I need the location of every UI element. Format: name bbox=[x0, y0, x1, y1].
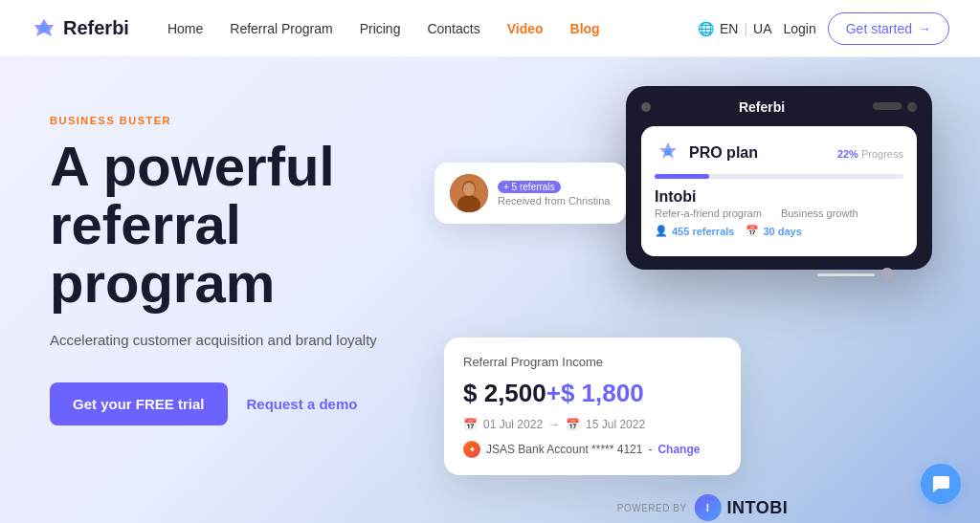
intobi-title: Intobi bbox=[655, 188, 903, 206]
referrals-meta: 👤 455 referrals bbox=[655, 225, 734, 237]
hero-buttons: Get your FREE trial Request a demo bbox=[50, 382, 402, 425]
days-meta: 📅 30 days bbox=[746, 225, 801, 237]
svg-point-0 bbox=[40, 25, 48, 33]
hero-title: A powerful referral program bbox=[50, 138, 402, 313]
nav-video[interactable]: Video bbox=[507, 21, 544, 36]
referrals-count: 455 referrals bbox=[672, 226, 734, 237]
intobi-brand-text: INTOBI bbox=[727, 498, 789, 518]
phone-mockup: Referbi PRO plan bbox=[626, 86, 932, 270]
logo-icon bbox=[31, 15, 57, 42]
income-title: Referral Program Income bbox=[463, 355, 722, 369]
income-card: Referral Program Income $ 2,500+$ 1,800 … bbox=[444, 338, 741, 475]
svg-point-1 bbox=[665, 149, 672, 156]
income-plus: +$ 1,800 bbox=[546, 379, 644, 407]
intobi-logo: i INTOBI bbox=[695, 494, 789, 521]
phone-brand: Referbi bbox=[658, 99, 865, 115]
nav-right: 🌐 EN | UA Login Get started → bbox=[698, 12, 949, 45]
powered-by: POWERED BY i INTOBI bbox=[617, 494, 788, 521]
nav-blog[interactable]: Blog bbox=[570, 21, 600, 36]
request-demo-link[interactable]: Request a demo bbox=[247, 396, 358, 412]
language-selector[interactable]: 🌐 EN | UA bbox=[698, 21, 772, 36]
free-trial-button[interactable]: Get your FREE trial bbox=[50, 382, 228, 425]
nav-links: Home Referral Program Pricing Contacts V… bbox=[167, 21, 698, 36]
phone-control-dot bbox=[907, 102, 917, 112]
nav-home[interactable]: Home bbox=[167, 21, 203, 36]
arrow-icon: → bbox=[918, 21, 931, 36]
nav-pricing[interactable]: Pricing bbox=[360, 21, 401, 36]
nav-contacts[interactable]: Contacts bbox=[427, 21, 479, 36]
days-count: 30 days bbox=[763, 226, 801, 237]
svg-point-5 bbox=[463, 183, 475, 196]
slider-line bbox=[817, 273, 875, 276]
person-icon: 👤 bbox=[655, 225, 668, 237]
avatar bbox=[450, 174, 488, 212]
hero-subtitle: Accelerating customer acquisition and br… bbox=[50, 332, 402, 348]
phone-dot bbox=[641, 102, 651, 112]
navigation: Referbi Home Referral Program Pricing Co… bbox=[0, 0, 980, 57]
calendar-icon-from: 📅 bbox=[463, 418, 478, 431]
date-to: 15 Jul 2022 bbox=[586, 418, 645, 431]
phone-control-bar bbox=[873, 102, 902, 110]
slider-dot[interactable] bbox=[880, 268, 894, 281]
intobi-circle-icon: i bbox=[695, 494, 722, 521]
arrow-icon: → bbox=[548, 418, 560, 431]
income-bank: ✦ JSAS Bank Account ***** 4121 - Change bbox=[463, 441, 722, 458]
notification-from: Received from Christina bbox=[498, 195, 610, 207]
intobi-section: Intobi Refer-a-friend program Business g… bbox=[655, 188, 903, 237]
growth-label: Business growth bbox=[781, 207, 858, 219]
pro-plan-logo bbox=[655, 140, 681, 166]
chat-icon bbox=[930, 473, 951, 494]
logo[interactable]: Referbi bbox=[31, 15, 129, 42]
referral-badge: + 5 referrals bbox=[498, 181, 561, 193]
globe-icon: 🌐 bbox=[698, 21, 714, 36]
pro-plan-title: PRO plan bbox=[689, 144, 758, 162]
progress-bar-bg bbox=[655, 174, 903, 179]
income-base: $ 2,500 bbox=[463, 379, 546, 407]
refer-label: Refer-a-friend program bbox=[655, 207, 762, 219]
lang-ua[interactable]: UA bbox=[753, 21, 771, 36]
notification-text: + 5 referrals Received from Christina bbox=[498, 180, 610, 207]
calendar-icon-to: 📅 bbox=[566, 418, 580, 431]
hero-content: BUSINESS BUSTER A powerful referral prog… bbox=[0, 57, 402, 523]
slider-handle[interactable] bbox=[817, 268, 894, 281]
hero-tag: BUSINESS BUSTER bbox=[50, 115, 402, 126]
date-from: 01 Jul 2022 bbox=[483, 418, 543, 431]
get-started-button[interactable]: Get started → bbox=[828, 12, 949, 45]
income-dates: 📅 01 Jul 2022 → 📅 15 Jul 2022 bbox=[463, 418, 722, 431]
notification-card: + 5 referrals Received from Christina bbox=[434, 163, 626, 224]
hero-section: BUSINESS BUSTER A powerful referral prog… bbox=[0, 57, 980, 523]
powered-by-label: POWERED BY bbox=[617, 503, 687, 513]
nav-referral-program[interactable]: Referral Program bbox=[230, 21, 332, 36]
calendar-icon: 📅 bbox=[746, 225, 759, 237]
bank-logo-icon: ✦ bbox=[463, 441, 480, 458]
income-amount: $ 2,500+$ 1,800 bbox=[463, 379, 722, 408]
change-link[interactable]: Change bbox=[657, 443, 700, 456]
progress-label: Progress bbox=[861, 148, 903, 160]
bank-info: JSAS Bank Account ***** 4121 bbox=[486, 443, 642, 456]
separator: - bbox=[648, 443, 652, 456]
chat-bubble-button[interactable] bbox=[921, 464, 961, 504]
lang-en[interactable]: EN bbox=[720, 21, 738, 36]
hero-mockup: Referbi PRO plan bbox=[415, 67, 980, 523]
login-link[interactable]: Login bbox=[783, 21, 815, 36]
progress-bar-fill bbox=[655, 174, 709, 179]
progress-percent: 22% bbox=[837, 148, 858, 160]
pro-plan-card: PRO plan 22% Progress Intobi Ref bbox=[641, 126, 917, 256]
